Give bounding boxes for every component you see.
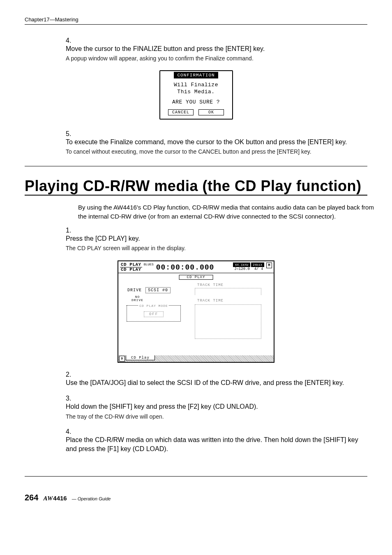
dialog-line-2: This Media. bbox=[177, 89, 214, 95]
cd-play-screen: CD PLAY CD PLAY BLUES 00:00:00.000 44.1k… bbox=[118, 260, 274, 363]
dialog-message: Will Finalize This Media. bbox=[164, 82, 229, 96]
status-area: 44.1kHz 24bit J=120.0 4/ 4 M bbox=[233, 263, 272, 271]
ok-button[interactable]: OK bbox=[198, 109, 224, 115]
dialog-prompt: ARE YOU SURE ? bbox=[164, 99, 229, 106]
step-b2: 2. Use the [DATA/JOG] dial to select the… bbox=[66, 371, 367, 387]
track-list-main bbox=[195, 304, 261, 339]
step-b3: 3. Hold down the [SHIFT] key and press t… bbox=[66, 395, 367, 421]
step-heading: Hold down the [SHIFT] key and press the … bbox=[66, 402, 362, 411]
dialog-line-1: Will Finalize bbox=[174, 82, 218, 88]
song-name: BLUES bbox=[144, 263, 154, 266]
footer-tab-cdplay[interactable]: CD Play bbox=[126, 355, 155, 360]
mode-title: CD PLAY MODE bbox=[138, 304, 169, 308]
product-logo: AW4416 bbox=[43, 495, 67, 502]
no-drive-2: DRIVE bbox=[131, 298, 143, 302]
m-icon: M bbox=[266, 263, 272, 268]
timesig: 4/ 4 bbox=[254, 267, 263, 271]
doc-icon: D bbox=[119, 356, 125, 362]
step-subtext: The tray of the CD-RW drive will open. bbox=[66, 413, 362, 421]
section-top-rule bbox=[25, 166, 367, 166]
confirmation-dialog: CONFIRMATION Will Finalize This Media. A… bbox=[159, 70, 233, 120]
step-heading: To execute the Finalize command, move th… bbox=[66, 138, 362, 147]
screen-name: CD PLAY CD PLAY bbox=[120, 263, 142, 272]
logo-4416: 4416 bbox=[53, 495, 67, 502]
step-subtext: The CD PLAY screen will appear in the di… bbox=[66, 244, 362, 253]
mode-off-button[interactable]: OFF bbox=[144, 311, 164, 317]
step-number: 4. bbox=[66, 37, 77, 44]
step-subtext: To cancel without executing, move the cu… bbox=[66, 148, 362, 156]
step-5: 5. To execute the Finalize command, move… bbox=[66, 130, 367, 156]
header-rule bbox=[25, 24, 367, 25]
lcd-body: CD PLAY DRIVE SCSI #0 NO DRIVE CD PLAY M… bbox=[118, 273, 274, 355]
lcd-header: CD PLAY CD PLAY BLUES 00:00:00.000 44.1k… bbox=[118, 261, 274, 273]
no-drive-label: NO DRIVE bbox=[131, 295, 143, 302]
step-heading: Use the [DATA/JOG] dial to select the SC… bbox=[66, 378, 362, 387]
step-b4: 4. Place the CD-R/RW media on which data… bbox=[66, 428, 367, 454]
step-number: 2. bbox=[66, 371, 77, 378]
cancel-button[interactable]: CANCEL bbox=[168, 109, 194, 115]
timecode: 00:00:00.000 bbox=[156, 263, 214, 272]
samplerate-badge: 44.1kHz bbox=[233, 263, 250, 267]
step-number: 4. bbox=[66, 428, 77, 435]
step-number: 5. bbox=[66, 130, 77, 138]
step-b1: 1. Press the [CD PLAY] key. The CD PLAY … bbox=[66, 227, 367, 253]
section-bottom-rule bbox=[25, 195, 367, 196]
dialog-figure: CONFIRMATION Will Finalize This Media. A… bbox=[25, 70, 367, 120]
tempo: J=120.0 bbox=[234, 267, 250, 271]
page-footer: 264 AW4416 — Operation Guide bbox=[25, 493, 367, 502]
drive-row: DRIVE SCSI #0 bbox=[127, 287, 171, 293]
footer-rule bbox=[25, 476, 367, 477]
tempo-line: J=120.0 4/ 4 bbox=[233, 267, 264, 271]
screen-name-1: CD PLAY bbox=[120, 263, 142, 267]
lcd-figure: CD PLAY CD PLAY BLUES 00:00:00.000 44.1k… bbox=[25, 260, 367, 363]
step-heading: Place the CD-R/RW media on which data wa… bbox=[66, 435, 362, 454]
step-number: 3. bbox=[66, 395, 77, 402]
page-number: 264 bbox=[25, 493, 38, 502]
bitdepth-badge: 24bit bbox=[251, 263, 264, 267]
scsi-id-field[interactable]: SCSI #0 bbox=[145, 287, 171, 293]
chapter-header: Chapter17—Mastering bbox=[25, 16, 367, 23]
step-subtext: A popup window will appear, asking you t… bbox=[66, 55, 362, 63]
step-number: 1. bbox=[66, 227, 77, 234]
track-header-1: TRACK TIME bbox=[197, 283, 224, 287]
section-intro: By using the AW4416's CD Play function, … bbox=[78, 203, 374, 221]
section-title: Playing CD-R/RW media (the CD Play funct… bbox=[25, 178, 367, 194]
dialog-title: CONFIRMATION bbox=[174, 72, 218, 78]
drive-label: DRIVE bbox=[127, 288, 142, 292]
cd-play-mode-box: CD PLAY MODE OFF bbox=[127, 305, 181, 322]
screen-name-2: CD PLAY bbox=[120, 267, 142, 272]
cd-play-tab-label: CD PLAY bbox=[179, 275, 213, 280]
guide-label: — Operation Guide bbox=[72, 496, 111, 501]
logo-aw: AW bbox=[43, 495, 53, 502]
step-4: 4. Move the cursor to the FINALIZE butto… bbox=[66, 37, 367, 63]
track-header-2: TRACK TIME bbox=[197, 299, 224, 303]
lcd-footer: D CD Play bbox=[118, 355, 274, 362]
step-heading: Press the [CD PLAY] key. bbox=[66, 234, 362, 243]
track-list-top bbox=[195, 288, 261, 295]
step-heading: Move the cursor to the FINALIZE button a… bbox=[66, 44, 362, 53]
